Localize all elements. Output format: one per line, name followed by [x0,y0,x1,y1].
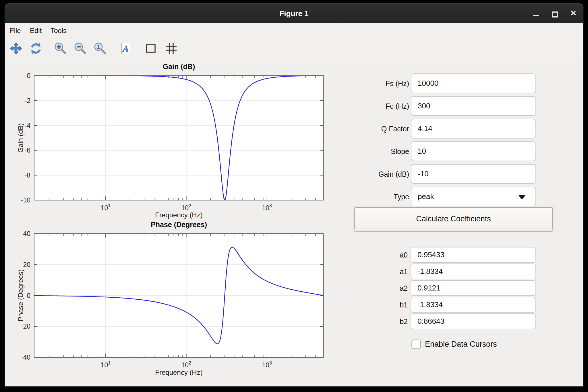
y-tick-label: -8 [25,171,30,179]
x-tick-label: 103 [262,203,272,212]
y-tick-label: -6 [25,147,30,154]
calculate-button-frame: Calculate Coefficients [353,206,554,232]
a0-input[interactable] [411,247,536,263]
y-tick-label: 0 [27,72,30,79]
y-tick-label: -2 [25,97,30,104]
slope-label: Slope [323,147,409,156]
type-select[interactable]: peak [411,187,536,206]
enable-data-cursors-label: Enable Data Cursors [425,340,497,349]
gain-input[interactable] [411,164,536,184]
gain-label: Gain (dB) [323,170,409,178]
x-tick-label: 102 [181,360,192,369]
b1-input[interactable] [411,297,536,313]
a1-input[interactable] [411,264,536,279]
figure-window: Figure 1 ✕ File Edit Tools [5,3,583,387]
x-tick-label: 101 [101,203,111,212]
gain-plot-area[interactable] [34,76,323,200]
fs-label: Fs (Hz) [323,79,409,88]
phase-plot-title: Phase (Degrees) [107,221,251,229]
slope-input[interactable] [411,141,536,161]
fc-input[interactable] [411,96,536,116]
q-factor-input[interactable] [411,119,536,139]
type-label: Type [323,193,409,201]
a0-label: a0 [368,251,408,259]
b2-input[interactable] [411,313,536,329]
a2-input[interactable] [411,280,536,296]
gain-plot-xlabel: Frequency (Hz) [121,211,236,219]
x-tick-label: 102 [181,203,192,212]
phase-plot: 40200-20-40101102103 [21,230,323,369]
phase-plot-xlabel: Frequency (Hz) [121,368,236,377]
type-select-value: peak [418,187,434,206]
b2-label: b2 [368,317,408,326]
gain-plot-title: Gain (dB) [107,63,251,71]
enable-data-cursors-checkbox[interactable] [411,340,421,349]
y-tick-label: 0 [27,292,30,299]
a1-label: a1 [368,268,408,276]
fc-label: Fc (Hz) [323,102,409,110]
x-tick-label: 101 [101,360,111,369]
screen: Figure 1 ✕ File Edit Tools [0,0,588,392]
x-tick-label: 103 [262,360,272,369]
q-factor-label: Q Factor [323,125,409,133]
chevron-down-icon [518,195,526,200]
gain-plot-ylabel: Gain (dB) [17,75,25,201]
fs-input[interactable] [411,73,536,93]
calculate-coefficients-button[interactable]: Calculate Coefficients [354,207,553,230]
gain-plot: 0-2-4-6-8-10101102103 [21,72,323,212]
a2-label: a2 [368,284,408,292]
b1-label: b1 [368,301,408,309]
y-tick-label: -4 [25,122,31,129]
phase-plot-ylabel: Phase (Degrees) [17,232,25,358]
